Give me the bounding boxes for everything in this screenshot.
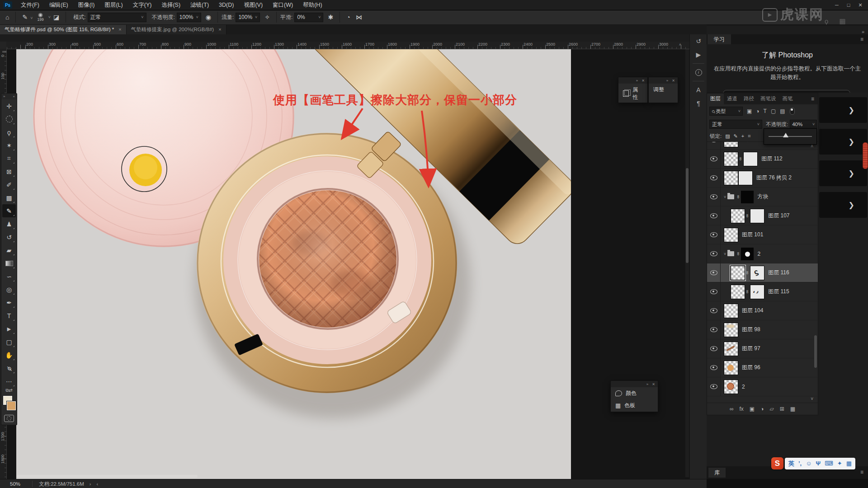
layer-row[interactable]: ∞图层 115	[707, 282, 818, 301]
layer-mask-thumbnail[interactable]	[743, 152, 758, 166]
pen-tool[interactable]: ✒	[2, 296, 16, 309]
healing-brush-tool[interactable]: ▩	[2, 191, 16, 204]
new-group-icon[interactable]: ▱	[769, 406, 774, 412]
status-options-icon[interactable]: ›	[90, 481, 91, 487]
layer-visibility-toggle[interactable]	[707, 244, 721, 263]
close-tab-icon[interactable]: ×	[218, 27, 221, 32]
layer-mask-thumbnail[interactable]	[750, 266, 764, 280]
ruler-origin-corner[interactable]	[0, 42, 7, 49]
sogou-voice[interactable]: Ψ	[816, 460, 821, 467]
close-icon[interactable]: ×	[13, 94, 15, 99]
minimize-button[interactable]: ─	[831, 0, 843, 10]
layer-thumbnail[interactable]	[731, 266, 745, 280]
layer-row[interactable]: ˅∞2	[707, 244, 818, 263]
layers-panel-tab-路径[interactable]: 路径	[741, 94, 757, 104]
history-panel-icon[interactable]: ↺	[690, 34, 707, 48]
layer-visibility-toggle[interactable]	[707, 358, 721, 377]
expand-panel-chevron-icon[interactable]: ❯	[849, 201, 854, 209]
layer-row[interactable]: 2	[707, 377, 818, 396]
layer-row[interactable]: 图层 97	[707, 339, 818, 358]
character-panel-icon[interactable]: A	[690, 83, 707, 97]
eraser-tool[interactable]: ▰	[2, 244, 16, 257]
frame-tool[interactable]: ⊠	[2, 165, 16, 178]
layer-row[interactable]: 图层 104	[707, 301, 818, 320]
menu-item-滤镜(T)[interactable]: 滤镜(T)	[185, 0, 214, 10]
sogou-mode[interactable]: 英	[788, 460, 794, 468]
type-tool[interactable]: T	[2, 309, 16, 322]
layer-blend-mode-select[interactable]: 正常 ˅	[709, 120, 762, 129]
filter-toggle[interactable]	[790, 108, 795, 115]
new-layer-icon[interactable]: ⊞	[780, 406, 784, 412]
layer-mask-thumbnail[interactable]	[741, 191, 754, 203]
more-tools[interactable]: ⋯	[2, 375, 16, 388]
menu-item-文件(F)[interactable]: 文件(F)	[16, 0, 44, 10]
close-icon[interactable]: ✕	[652, 382, 655, 386]
sogou-emoji[interactable]: ☺	[806, 460, 811, 467]
lock-icon-2[interactable]: +	[741, 133, 744, 139]
sogou-logo[interactable]: S	[771, 457, 783, 469]
menu-item-图像(I)[interactable]: 图像(I)	[73, 0, 100, 10]
blend-mode-select[interactable]: 正常 ˅	[88, 13, 146, 22]
collapsed-panel-stub-0[interactable]: ❯	[819, 97, 867, 123]
layer-mask-thumbnail[interactable]	[750, 209, 764, 223]
layer-row[interactable]: ∞图层 107	[707, 206, 818, 225]
layer-thumbnail[interactable]	[724, 152, 738, 166]
close-icon[interactable]: ✕	[672, 79, 675, 83]
info-panel-icon[interactable]: i	[690, 66, 707, 79]
sogou-punctuation[interactable]: ’,	[798, 460, 802, 467]
link-mask-icon[interactable]: ∞	[745, 271, 750, 274]
filter-kind-icon-1[interactable]: ◑	[756, 108, 759, 114]
adjustment-layer-icon[interactable]: ◑	[760, 406, 764, 412]
delete-layer-icon[interactable]: ▦	[790, 406, 795, 412]
shape-tool[interactable]: ▢	[2, 335, 16, 348]
layer-visibility-toggle[interactable]	[707, 141, 721, 149]
layer-visibility-toggle[interactable]	[707, 169, 721, 187]
group-caret-icon[interactable]: ˅	[724, 195, 726, 199]
layers-panel-tab-画笔设[interactable]: 画笔设	[757, 94, 779, 104]
zoom-tool[interactable]: ϕ	[2, 361, 16, 375]
swatches-panel-stub[interactable]: ▦ 色板	[611, 399, 658, 412]
brush-preset-picker[interactable]: 199	[37, 13, 43, 22]
layer-filter-type-select[interactable]: ϙ 类型 ˅	[709, 107, 743, 116]
layer-visibility-toggle[interactable]	[707, 377, 721, 396]
close-tab-icon[interactable]: ×	[118, 27, 121, 32]
toggle-brush-panel-icon[interactable]: ◪	[51, 14, 62, 21]
link-layers-icon[interactable]: ∞	[730, 406, 734, 412]
expand-icon[interactable]: »	[666, 79, 668, 83]
smoothing-options-gear-icon[interactable]: ✱	[325, 14, 336, 21]
canvas-vertical-scrollbar[interactable]	[685, 49, 689, 477]
layer-visibility-toggle[interactable]	[707, 225, 721, 244]
layer-visibility-toggle[interactable]	[707, 282, 721, 301]
menu-item-图层(L)[interactable]: 图层(L)	[99, 0, 127, 10]
link-mask-icon[interactable]: ∞	[745, 214, 750, 217]
menu-item-文字(Y)[interactable]: 文字(Y)	[128, 0, 157, 10]
layer-thumbnail[interactable]	[724, 171, 738, 185]
eyedropper-tool[interactable]: ✐	[2, 178, 16, 191]
panel-menu-icon[interactable]: ≡	[860, 469, 863, 475]
swap-colors-icon[interactable]: ⧉⇄	[5, 388, 13, 395]
layer-row[interactable]: ˅∞方块	[707, 188, 818, 206]
airbrush-icon[interactable]: ✧	[262, 14, 273, 21]
smoothing-select[interactable]: 0% ˅	[294, 13, 323, 22]
layer-mask-thumbnail[interactable]	[738, 171, 753, 185]
link-mask-icon[interactable]: ∞	[738, 157, 743, 160]
layer-row[interactable]: 图层 101	[707, 225, 818, 244]
crop-tool[interactable]: ⌗	[2, 152, 16, 165]
expand-panel-chevron-icon[interactable]: ❯	[849, 169, 854, 178]
collapsed-panel-stub-2[interactable]: ❯	[819, 160, 867, 186]
layers-panel-tab-图层[interactable]: 图层	[707, 94, 724, 104]
maximize-button[interactable]: □	[843, 0, 854, 10]
gradient-tool[interactable]	[2, 257, 16, 270]
layer-opacity-select[interactable]: 40% ˅	[790, 120, 817, 129]
close-icon[interactable]: ✕	[642, 79, 645, 83]
layer-thumbnail[interactable]	[724, 304, 738, 318]
layer-list-scrollbar[interactable]	[814, 335, 817, 368]
collapse-dock-icon[interactable]: »	[862, 29, 864, 34]
background-color-swatch[interactable]	[7, 401, 16, 410]
menu-item-视图(V)[interactable]: 视图(V)	[239, 0, 268, 10]
sogou-skin[interactable]: ✦	[837, 460, 842, 467]
scrollbar-thumb[interactable]	[686, 168, 689, 263]
layer-mask-thumbnail[interactable]	[741, 248, 754, 260]
adjustments-panel-stub[interactable]: »✕ 调整	[648, 77, 678, 103]
layer-row[interactable]: ∞图层 116	[707, 263, 818, 282]
